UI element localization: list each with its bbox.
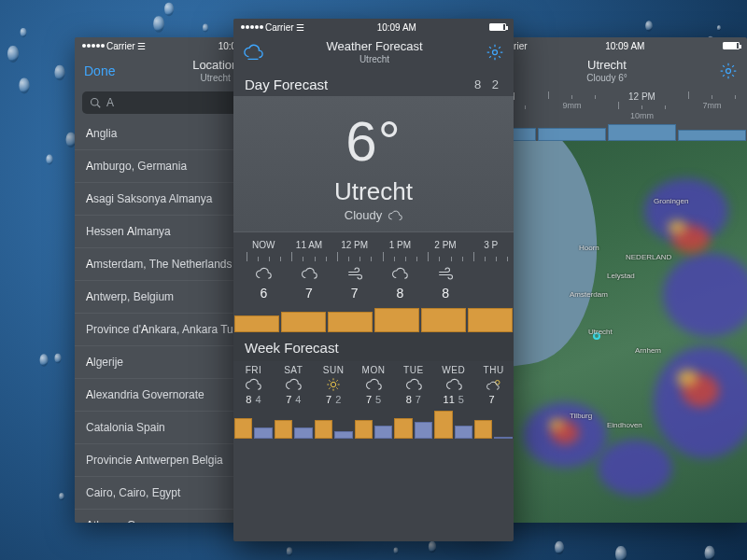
hour-column: 3 P (468, 240, 514, 301)
carrier-label: Carrier (106, 41, 135, 51)
search-icon (90, 97, 101, 108)
svg-point-2 (726, 69, 731, 74)
svg-line-1 (97, 105, 100, 107)
hour-bar (421, 308, 466, 332)
weather-icon-button[interactable] (243, 42, 263, 63)
svg-line-12 (329, 387, 330, 388)
current-city: Utrecht (233, 177, 514, 206)
radar-blob (668, 220, 686, 234)
wind-icon (331, 265, 377, 282)
hourly-forecast[interactable]: NOW611 AM712 PM71 PM82 PM83 P (233, 231, 514, 301)
week-bar-hi (474, 420, 492, 439)
nav-title: Location (192, 59, 238, 72)
current-weather: 6° Utrecht Cloudy (233, 96, 514, 231)
map-label: Utrecht (588, 328, 613, 336)
week-bars (233, 405, 514, 439)
hour-column: 11 AM7 (287, 240, 332, 301)
hour-column: 2 PM8 (423, 240, 469, 301)
map-label: Groningen (654, 197, 688, 205)
wifi-icon: ☰ (296, 22, 304, 33)
week-bar-lo (455, 426, 472, 439)
svg-line-10 (329, 380, 330, 381)
day-column: SAT74 (274, 365, 314, 405)
settings-button[interactable] (486, 43, 504, 62)
battery-icon (489, 23, 506, 31)
hourly-bars (233, 301, 514, 332)
status-bar: Carrier ☰ 10:09 AM (233, 19, 514, 35)
day-column: THU7 (473, 365, 514, 405)
week-bar-lo (334, 431, 352, 439)
hour-column: 1 PM8 (377, 240, 423, 301)
week-forecast[interactable]: FRI84SAT74SUN72MON75TUE87WED115THU7 (233, 361, 514, 405)
clock: 10:09 AM (605, 41, 644, 51)
nav-title: Utrecht (586, 59, 627, 72)
rain-column: 9mm (537, 91, 607, 120)
nav-title: Weather Forecast (326, 40, 422, 53)
done-button[interactable]: Done (84, 63, 115, 78)
week-bar-lo (494, 437, 512, 439)
current-temp: 6° (233, 109, 514, 174)
radar-blob (677, 370, 698, 386)
map-label: Hoorn (579, 244, 599, 252)
day-forecast-header: Day Forecast 8 2 (233, 69, 514, 96)
week-bar-lo (415, 422, 432, 439)
week-bar-hi (275, 420, 292, 439)
rain-column: 12 PM10mm (607, 91, 677, 120)
day-column: MON75 (354, 365, 394, 405)
week-bar-hi (355, 420, 373, 439)
hour-column: 12 PM7 (331, 240, 377, 301)
hour-bar (468, 308, 513, 332)
day-column: FRI84 (233, 365, 274, 405)
rain-column: 7mm (677, 91, 747, 120)
radar-blob (598, 440, 672, 496)
rain-bar (608, 124, 676, 141)
day-column: TUE87 (393, 365, 433, 405)
cloud-icon (233, 377, 274, 392)
nav-subtitle: Utrecht (326, 54, 422, 64)
current-condition: Cloudy (345, 208, 382, 222)
week-bar-hi (234, 418, 252, 439)
nav-subtitle: Utrecht (192, 73, 238, 83)
hour-bar (234, 315, 279, 332)
svg-point-0 (92, 99, 99, 106)
week-bar-lo (254, 427, 272, 439)
cloud-icon (433, 377, 473, 392)
svg-line-11 (336, 387, 337, 388)
radar-blob (663, 253, 747, 337)
cloud-icon (354, 377, 394, 392)
clock: 10:09 AM (377, 22, 416, 33)
map-label: Amsterdam (570, 290, 608, 299)
navbar: Weather Forecast Utrecht (233, 35, 514, 69)
week-forecast-header: Week Forecast (233, 332, 514, 361)
hour-column: NOW6 (241, 240, 287, 301)
hour-bar (281, 312, 326, 332)
day-forecast-label: Day Forecast (245, 77, 328, 92)
phone-forecast: Carrier ☰ 10:09 AM Weather Forecast Utre… (233, 19, 514, 541)
svg-point-5 (331, 382, 335, 386)
week-bar-lo (294, 427, 312, 439)
week-bar-lo (374, 426, 392, 439)
svg-point-4 (493, 50, 498, 55)
cloud-icon (377, 265, 423, 282)
map-label: Arnhem (635, 346, 661, 355)
week-bar-hi (315, 420, 332, 439)
nav-subtitle: Cloudy 6° (586, 73, 627, 83)
hour-bar (328, 312, 373, 332)
sun-icon (314, 377, 354, 392)
-icon (468, 265, 514, 282)
map-label: NEDERLAND (626, 253, 671, 261)
day-column: WED115 (433, 365, 473, 405)
radar-blob (549, 419, 564, 430)
search-value: A (106, 96, 114, 109)
psun-icon (473, 377, 514, 392)
wind-icon (423, 265, 469, 282)
cloud-icon (393, 377, 433, 392)
cloud-icon (274, 377, 314, 392)
settings-button[interactable] (719, 62, 738, 80)
map-label: Lelystad (607, 272, 635, 280)
week-bar-hi (434, 411, 452, 439)
map-label: Eindhoven (607, 421, 642, 429)
rain-bar (678, 130, 746, 141)
hour-bar (374, 308, 419, 332)
day-column: SUN72 (314, 365, 354, 405)
